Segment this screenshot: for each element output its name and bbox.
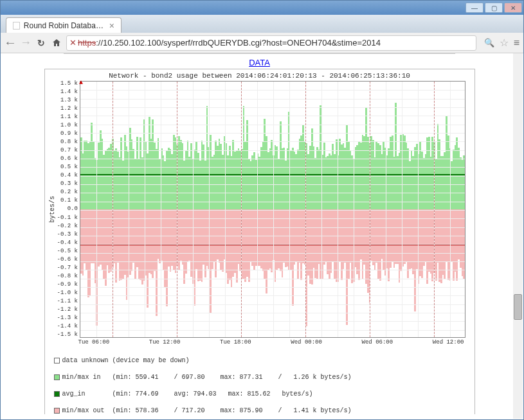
- x-tick: Wed 12:00: [433, 339, 464, 346]
- y-tick: 1.0 k: [57, 123, 78, 128]
- y-tick: 0.1 k: [57, 198, 78, 204]
- y-tick: -0.3 k: [57, 232, 78, 238]
- tab-close-icon[interactable]: ×: [109, 21, 114, 31]
- rrd-chart: Network - bond2 usage between 2014:06:24…: [44, 69, 475, 414]
- y-tick: 1.1 k: [57, 114, 78, 120]
- y-tick: -0.7 k: [57, 265, 78, 271]
- y-tick: 0.0: [57, 206, 78, 212]
- address-bar[interactable]: ✕ https ://10.250.102.100/sysperf/rrdbQU…: [66, 35, 476, 51]
- forward-button[interactable]: →: [20, 37, 32, 49]
- legend-swatch-avg-in: [54, 391, 60, 397]
- close-button[interactable]: ✕: [504, 3, 522, 13]
- bars-output: [80, 209, 465, 337]
- y-tick: 0.5 k: [57, 164, 78, 170]
- y-tick: 1.3 k: [57, 98, 78, 103]
- legend-minmax-out: min/max out (min: 578.36 / 717.20 max: 8…: [62, 407, 352, 414]
- y-tick: -0.4 k: [57, 240, 78, 246]
- legend-swatch-minmax-in: [54, 374, 60, 380]
- search-icon[interactable]: 🔍: [484, 38, 494, 48]
- browser-toolbar: ← → ↻ ✕ https ://10.250.102.100/sysperf/…: [1, 33, 523, 53]
- chart-legend: data unknown (device may be down) min/ma…: [48, 346, 472, 414]
- menu-icon[interactable]: ≡: [514, 37, 519, 49]
- y-tick: 0.2 k: [57, 189, 78, 195]
- back-button[interactable]: ←: [5, 37, 16, 49]
- y-tick: 0.6 k: [57, 156, 78, 162]
- y-tick: -0.5 k: [57, 249, 78, 254]
- home-button[interactable]: [51, 37, 62, 49]
- y-tick: -1.2 k: [57, 307, 78, 313]
- y-tick: -1.4 k: [57, 324, 78, 329]
- legend-swatch-minmax-out: [54, 408, 60, 414]
- y-tick: -0.2 k: [57, 223, 78, 229]
- y-tick: 0.7 k: [57, 148, 78, 153]
- y-tick: -1.0 k: [57, 290, 78, 296]
- y-tick: -0.1 k: [57, 215, 78, 221]
- scrollbar-thumb[interactable]: [514, 294, 522, 320]
- y-tick: 1.2 k: [57, 106, 78, 112]
- y-tick: 0.3 k: [57, 181, 78, 187]
- vertical-scrollbar[interactable]: [513, 53, 523, 419]
- plot-canvas: ▲: [80, 81, 465, 338]
- page-content: DATA Network - bond2 usage between 2014:…: [6, 53, 513, 414]
- legend-avg-in: avg_in (min: 774.69 avg: 794.03 max: 815…: [62, 390, 313, 398]
- maximize-button[interactable]: ▢: [485, 3, 503, 13]
- legend-unknown: data unknown (device may be down): [62, 357, 190, 364]
- y-tick: -1.1 k: [57, 299, 78, 304]
- y-tick: -0.9 k: [57, 282, 78, 288]
- browser-window: — ▢ ✕ Round Robin Database Qu × ← → ↻ ✕ …: [0, 0, 524, 420]
- tab-title: Round Robin Database Qu: [24, 21, 105, 30]
- legend-minmax-in: min/max in (min: 559.41 / 697.80 max: 87…: [62, 374, 352, 381]
- x-tick: Wed 06:00: [362, 339, 393, 346]
- x-tick: Tue 06:00: [78, 339, 110, 346]
- x-tick: Tue 18:00: [220, 339, 251, 346]
- y-tick: 1.4 k: [57, 89, 78, 95]
- url-scheme: https: [78, 38, 96, 48]
- x-tick: Tue 12:00: [149, 339, 181, 346]
- legend-swatch-unknown: [54, 358, 60, 363]
- window-titlebar: — ▢ ✕: [1, 1, 523, 15]
- browser-tab[interactable]: Round Robin Database Qu ×: [6, 17, 122, 33]
- y-tick: 1.5 k: [57, 81, 78, 87]
- x-tick: Wed 00:00: [291, 339, 322, 346]
- y-tick: -1.5 k: [57, 332, 78, 338]
- favicon-icon: [13, 22, 20, 30]
- bookmark-star-icon[interactable]: ☆: [500, 37, 509, 49]
- divider: [64, 53, 455, 54]
- tab-strip: Round Robin Database Qu ×: [1, 15, 523, 33]
- y-tick: -0.6 k: [57, 257, 78, 263]
- reload-button[interactable]: ↻: [35, 37, 47, 49]
- bars-input: [80, 82, 465, 209]
- y-tick: 0.8 k: [57, 139, 78, 145]
- data-link[interactable]: DATA: [6, 58, 513, 67]
- url-text: ://10.250.102.100/sysperf/rrdbQUERYDB.cg…: [96, 38, 381, 48]
- y-tick: -1.3 k: [57, 315, 78, 321]
- insecure-icon: ✕: [69, 38, 77, 48]
- y-tick: 0.9 k: [57, 131, 78, 137]
- x-axis-ticks: Tue 06:00Tue 12:00Tue 18:00Wed 00:00Wed …: [78, 338, 464, 346]
- y-axis-label: bytes/s: [48, 81, 57, 338]
- minimize-button[interactable]: —: [465, 3, 483, 13]
- y-tick: 0.4 k: [57, 173, 78, 179]
- chart-title: Network - bond2 usage between 2014:06:24…: [48, 71, 472, 81]
- y-axis-ticks: 1.5 k1.4 k1.3 k1.2 k1.1 k1.0 k0.9 k0.8 k…: [57, 81, 80, 338]
- y-tick: -0.8 k: [57, 274, 78, 279]
